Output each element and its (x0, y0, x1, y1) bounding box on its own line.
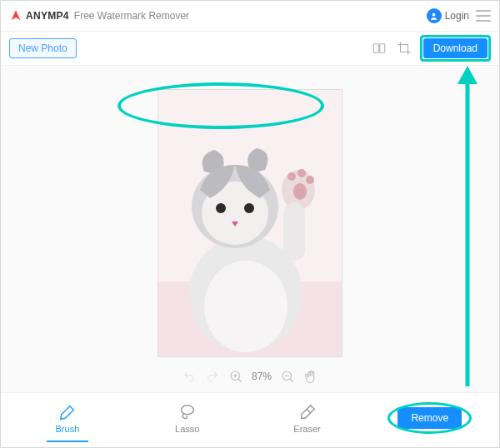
tool-lasso[interactable]: Lasso (158, 403, 217, 434)
remove-highlight: Remove (398, 407, 462, 429)
zoom-controls: 87% (182, 369, 318, 384)
download-highlight: Download (420, 35, 491, 62)
tool-brush[interactable]: Brush (38, 403, 97, 434)
eraser-icon (298, 403, 317, 421)
download-button[interactable]: Download (423, 38, 488, 58)
app-window: ANYMP4 Free Watermark Remover Login New … (0, 0, 500, 448)
brand-name: ANYMP4 (26, 10, 69, 22)
zoom-in-icon[interactable] (228, 369, 243, 384)
brush-icon (58, 403, 77, 421)
app-title: Free Watermark Remover (74, 10, 189, 22)
redo-icon[interactable] (205, 369, 220, 384)
annotation-arrow (451, 66, 484, 392)
logo-icon (9, 9, 22, 22)
tool-brush-label: Brush (56, 424, 80, 434)
svg-line-25 (290, 379, 293, 382)
svg-point-10 (244, 203, 254, 213)
tool-eraser-label: Eraser (293, 424, 320, 434)
user-avatar-icon (427, 8, 442, 23)
tool-bar: Brush Lasso Eraser Remove (1, 393, 499, 443)
svg-point-13 (298, 169, 306, 177)
undo-icon[interactable] (182, 369, 197, 384)
svg-marker-18 (458, 66, 478, 84)
svg-point-9 (216, 203, 226, 213)
svg-point-6 (204, 261, 288, 352)
photo-content-icon (158, 90, 342, 356)
header-bar: ANYMP4 Free Watermark Remover Login (1, 1, 499, 32)
remove-button[interactable]: Remove (398, 407, 462, 429)
lasso-icon (178, 403, 197, 421)
new-photo-button[interactable]: New Photo (9, 38, 77, 58)
tool-lasso-label: Lasso (175, 424, 199, 434)
svg-rect-1 (373, 44, 378, 53)
svg-rect-16 (283, 202, 305, 261)
crop-icon[interactable] (395, 39, 413, 57)
svg-point-14 (306, 176, 314, 184)
svg-point-26 (181, 405, 193, 414)
brand-logo: ANYMP4 (9, 9, 69, 22)
pan-hand-icon[interactable] (303, 369, 318, 384)
hamburger-menu-icon[interactable] (476, 10, 491, 22)
svg-point-0 (432, 12, 436, 16)
zoom-out-icon[interactable] (280, 369, 295, 384)
editor-canvas: 87% (1, 65, 499, 393)
svg-line-27 (307, 409, 311, 413)
svg-point-12 (288, 172, 296, 181)
svg-rect-2 (379, 44, 384, 53)
compare-icon[interactable] (370, 39, 388, 57)
zoom-value: 87% (252, 371, 272, 382)
login-button[interactable]: Login (427, 8, 469, 23)
svg-point-15 (293, 183, 307, 200)
tool-eraser[interactable]: Eraser (278, 403, 337, 434)
login-label: Login (445, 10, 469, 22)
photo-preview[interactable] (158, 89, 342, 357)
action-bar: New Photo Download (1, 32, 499, 65)
svg-line-22 (238, 379, 242, 382)
